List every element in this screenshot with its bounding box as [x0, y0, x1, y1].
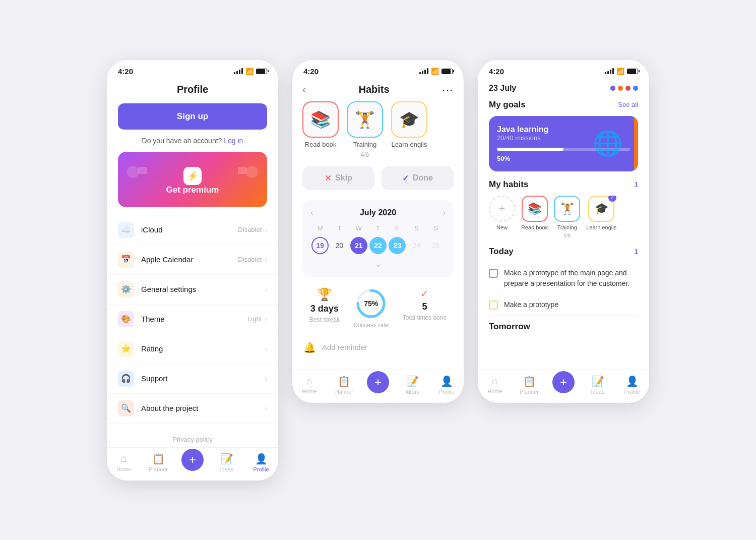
- cal-day-22[interactable]: 22: [369, 237, 387, 254]
- menu-item-general-settings[interactable]: ⚙️ General settings ›: [107, 275, 278, 305]
- nav-planner-3[interactable]: 📋 Planner: [512, 375, 546, 395]
- cal-day-23[interactable]: 23: [389, 237, 406, 254]
- status-time-2: 4:20: [303, 67, 319, 76]
- nav-planner-1[interactable]: 📋 Planner: [141, 453, 175, 472]
- menu-item-rating[interactable]: ⭐ Rating ›: [107, 334, 278, 364]
- stat-done: ✓ 5 Total times done: [403, 287, 447, 329]
- small-habit-new[interactable]: + New: [489, 196, 515, 238]
- success-label: Success rate: [354, 322, 389, 329]
- ideas-icon-1: 📝: [221, 453, 233, 465]
- status-icons-3: 📶: [605, 68, 638, 75]
- nav-planner-2[interactable]: 📋 Planner: [327, 375, 361, 395]
- add-button-3[interactable]: +: [552, 371, 575, 393]
- add-new-habit-button[interactable]: +: [489, 196, 515, 222]
- nav-home-2[interactable]: ⌂ Home: [292, 375, 327, 395]
- goal-progress-fill: [497, 148, 563, 151]
- task-checkbox-1[interactable]: [489, 269, 498, 278]
- more-button[interactable]: ···: [442, 84, 454, 95]
- cal-day-19[interactable]: 19: [311, 237, 329, 254]
- habit-card-training[interactable]: 🏋️ Training 4/6: [347, 101, 383, 158]
- cal-day-24[interactable]: 24: [408, 237, 425, 254]
- nav-home-1[interactable]: ⌂ Home: [107, 453, 141, 472]
- nav-add-3[interactable]: +: [546, 375, 581, 395]
- goal-tab: [634, 116, 638, 171]
- small-readbook-icon: 📚: [522, 196, 548, 222]
- habit-card-english[interactable]: 🎓 Learn englis: [391, 101, 427, 158]
- stat-streak: 🏆 3 days Best streak: [309, 287, 340, 329]
- streak-label: Best streak: [309, 316, 340, 323]
- small-habit-readbook[interactable]: 📚 Read book: [521, 196, 548, 238]
- about-icon: 🔍: [118, 400, 134, 416]
- menu-item-apple-calendar[interactable]: 📅 Apple Calendar Disablet ›: [107, 245, 278, 275]
- page-title-1: Profile: [107, 80, 278, 103]
- bottom-nav-3: ⌂ Home 📋 Planner + 📝 Ideas 👤 Profile: [478, 370, 649, 403]
- cal-next-button[interactable]: ›: [443, 208, 446, 217]
- add-reminder[interactable]: 🔔 Add reminder: [292, 334, 464, 361]
- cal-day-21[interactable]: 21: [350, 237, 367, 254]
- check-icon: ✓: [420, 287, 429, 299]
- nav-profile-1[interactable]: 👤 Profile: [244, 453, 278, 472]
- nav-add-2[interactable]: +: [361, 375, 395, 395]
- menu-item-icloud[interactable]: ☁️ iCloud Disablet ›: [107, 215, 278, 245]
- login-link[interactable]: Log in: [224, 137, 243, 145]
- menu-item-theme[interactable]: 🎨 Theme Light ›: [107, 305, 278, 334]
- nav-profile-2[interactable]: 👤 Profile: [429, 375, 464, 395]
- done-button[interactable]: ✓ Done: [382, 166, 454, 190]
- arrow-icon-icloud: ›: [265, 226, 267, 234]
- support-icon: 🎧: [118, 371, 134, 387]
- menu-item-about[interactable]: 🔍 About the project ›: [107, 394, 278, 424]
- nav-add-1[interactable]: +: [175, 453, 210, 472]
- menu-label-icloud: iCloud: [141, 225, 238, 234]
- task-checkbox-2[interactable]: [489, 301, 498, 310]
- profile-label-1: Profile: [253, 466, 269, 472]
- status-bar-1: 4:20 📶: [107, 60, 278, 80]
- cal-day-20[interactable]: 20: [331, 237, 348, 254]
- home-icon: ⌂: [121, 453, 127, 464]
- profile-icon-2: 👤: [440, 375, 453, 387]
- cal-expand-button[interactable]: ⌄: [310, 258, 446, 269]
- premium-banner[interactable]: ⚡ Get premium: [118, 152, 267, 207]
- habit-card-readbook[interactable]: 📚 Read book: [302, 101, 339, 158]
- readbook-icon-box: 📚: [302, 101, 339, 138]
- dots-menu[interactable]: [610, 86, 638, 91]
- ideas-label-1: Ideas: [220, 466, 234, 472]
- skip-button[interactable]: ✕ Skip: [302, 166, 374, 190]
- menu-item-support[interactable]: 🎧 Support ›: [107, 364, 278, 394]
- add-button-2[interactable]: +: [367, 371, 389, 393]
- habits-title: Habits: [358, 84, 389, 95]
- see-all-button[interactable]: See all: [618, 101, 638, 108]
- add-button-1[interactable]: +: [181, 449, 204, 471]
- small-habit-english[interactable]: 🎓 ✓ Learn englis: [586, 196, 616, 238]
- status-time-1: 4:20: [118, 67, 133, 76]
- reminder-label: Add reminder: [322, 343, 367, 351]
- status-time-3: 4:20: [489, 67, 504, 76]
- small-habit-training[interactable]: 🏋️ Training 4/6: [554, 196, 580, 238]
- goal-card[interactable]: Java learning 20/40 missions 50% 🌐: [489, 116, 638, 171]
- planner-icon-3: 📋: [523, 375, 536, 387]
- bottom-nav-1: ⌂ Home 📋 Planner + 📝 Ideas 👤 Profile: [107, 447, 278, 481]
- add-icon-2: +: [374, 375, 382, 389]
- calendar-header: ‹ July 2020 ›: [310, 208, 446, 217]
- nav-profile-3[interactable]: 👤 Profile: [615, 375, 649, 395]
- arrow-icon-theme: ›: [265, 315, 267, 323]
- menu-value-theme: Light: [247, 315, 262, 323]
- status-bar-2: 4:20 📶: [292, 60, 464, 80]
- nav-ideas-1[interactable]: 📝 Ideas: [210, 453, 244, 472]
- nav-ideas-2[interactable]: 📝 Ideas: [395, 375, 429, 395]
- stat-success: 75% Success rate: [354, 287, 389, 329]
- back-button[interactable]: ‹: [302, 84, 306, 95]
- english-name: Learn englis: [392, 141, 427, 148]
- nav-ideas-3[interactable]: 📝 Ideas: [581, 375, 615, 395]
- cal-days-header: M T W T F S S: [310, 224, 446, 232]
- trophy-icon: 🏆: [317, 287, 332, 302]
- wifi-icon: 📶: [245, 68, 254, 75]
- nav-home-3[interactable]: ⌂ Home: [478, 375, 512, 395]
- svg-point-2: [246, 166, 258, 178]
- task-item-1: Make a prototype of the main page and pr…: [489, 263, 638, 294]
- premium-icon: ⚡: [183, 167, 202, 185]
- cal-days: 19 20 21 22 23 24 25: [310, 237, 446, 254]
- signup-button[interactable]: Sign up: [118, 103, 267, 130]
- privacy-policy-link[interactable]: Privacy policy: [107, 436, 278, 443]
- cal-day-25[interactable]: 25: [427, 237, 445, 254]
- cal-prev-button[interactable]: ‹: [310, 208, 313, 217]
